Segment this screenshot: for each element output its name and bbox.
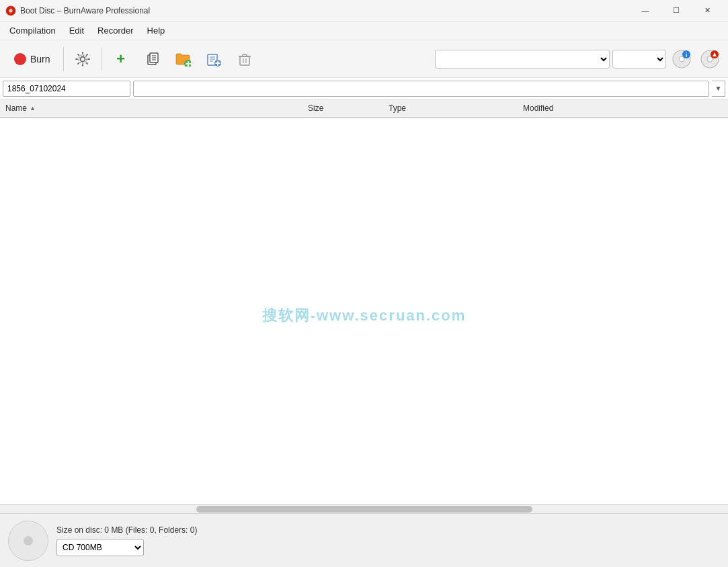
folder-icon <box>175 52 191 67</box>
menu-edit[interactable]: Edit <box>63 23 91 38</box>
delete-button[interactable] <box>230 44 259 74</box>
burn-icon <box>14 53 26 65</box>
toolbar: Burn + <box>0 40 728 78</box>
menu-compilation[interactable]: Compilation <box>3 23 63 38</box>
disc-size-info: Size on disc: 0 MB (Files: 0, Folders: 0… <box>56 525 197 535</box>
copy-icon <box>145 52 159 67</box>
svg-rect-19 <box>240 56 249 65</box>
col-modified-label: Modified <box>523 103 553 113</box>
close-button[interactable]: ✕ <box>692 0 723 21</box>
toolbar-separator-1 <box>63 47 64 71</box>
disc-info-icon: i <box>672 49 692 69</box>
speed-select[interactable] <box>612 50 666 69</box>
copy-button[interactable] <box>137 44 167 74</box>
content-area: 搜软网-www.secruan.com <box>0 118 728 513</box>
burn-button[interactable]: Burn <box>5 44 59 74</box>
col-type-label: Type <box>389 103 406 113</box>
add-iso-icon <box>206 52 221 67</box>
sort-arrow-name: ▲ <box>30 105 36 112</box>
statusbar: Size on disc: 0 MB (Files: 0, Folders: 0… <box>0 513 728 567</box>
window-controls: — ☐ ✕ <box>630 0 723 21</box>
maximize-button[interactable]: ☐ <box>661 0 692 21</box>
minimize-button[interactable]: — <box>630 0 661 21</box>
options-button[interactable] <box>68 44 97 74</box>
toolbar-separator-2 <box>102 47 102 71</box>
menu-recorder[interactable]: Recorder <box>91 23 140 38</box>
disc-inner-circle <box>24 536 33 546</box>
file-list[interactable] <box>0 118 728 504</box>
eject-icon <box>700 49 720 69</box>
window-title: Boot Disc – BurnAware Professional <box>20 6 630 15</box>
add-files-button[interactable]: + <box>106 44 136 74</box>
path-dropdown-button[interactable]: ▼ <box>712 81 725 97</box>
disc-label-input[interactable] <box>3 81 130 97</box>
scrollbar-thumb[interactable] <box>196 506 532 513</box>
svg-point-2 <box>80 56 85 61</box>
disc-info-button[interactable]: i <box>669 46 694 72</box>
horizontal-scrollbar[interactable] <box>0 504 728 513</box>
burn-label: Burn <box>30 54 50 64</box>
drive-selects: i <box>435 46 723 72</box>
add-boot-image-button[interactable] <box>199 44 229 74</box>
delete-icon <box>237 52 252 67</box>
menu-help[interactable]: Help <box>140 23 172 38</box>
col-size-label: Size <box>308 103 323 113</box>
add-files-icon: + <box>116 52 125 67</box>
svg-point-1 <box>9 9 13 12</box>
col-name-label: Name <box>5 103 27 113</box>
gear-icon <box>75 51 91 67</box>
titlebar: Boot Disc – BurnAware Professional — ☐ ✕ <box>0 0 728 21</box>
eject-button[interactable] <box>697 46 723 72</box>
col-header-type[interactable]: Type <box>386 103 520 113</box>
col-header-size[interactable]: Size <box>305 103 386 113</box>
disc-visual <box>8 521 48 561</box>
path-input[interactable] <box>133 81 709 97</box>
col-header-modified[interactable]: Modified <box>520 103 725 113</box>
menubar: Compilation Edit Recorder Help <box>0 21 728 40</box>
pathbar: ▼ <box>0 78 728 99</box>
status-info: Size on disc: 0 MB (Files: 0, Folders: 0… <box>56 525 197 556</box>
svg-text:i: i <box>686 52 688 58</box>
drive-select[interactable] <box>435 50 610 69</box>
capacity-select[interactable]: CD 700MB DVD 4.7GB DVD 8.5GB BD 25GB <box>56 539 144 556</box>
column-headers: Name ▲ Size Type Modified <box>0 99 728 118</box>
add-folder-button[interactable] <box>168 44 198 74</box>
col-header-name[interactable]: Name ▲ <box>3 103 305 113</box>
app-icon <box>5 5 16 16</box>
